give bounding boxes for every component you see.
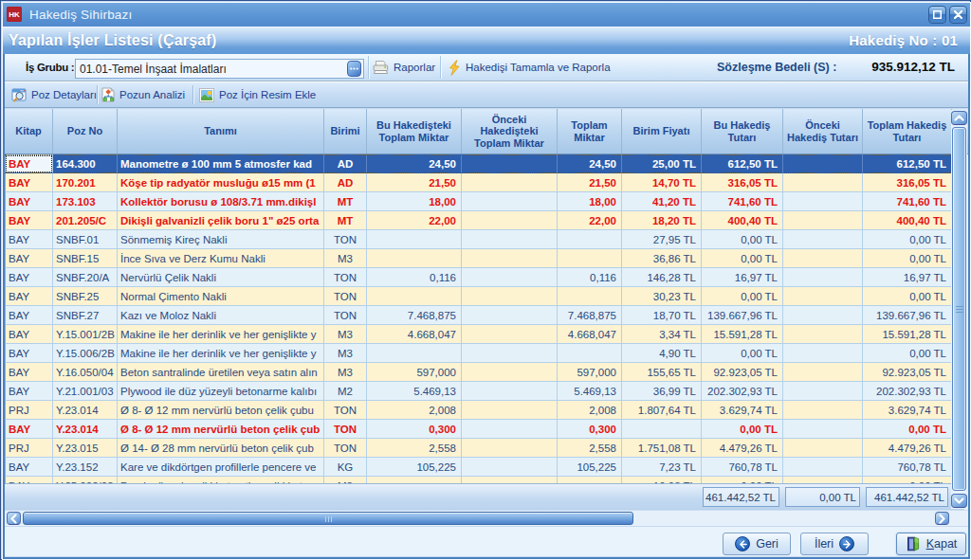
table-cell[interactable]: 170.201 — [53, 173, 118, 192]
table-cell[interactable]: 0,00 TL — [863, 420, 952, 439]
table-cell[interactable]: 146,28 TL — [622, 268, 702, 287]
table-cell[interactable]: AD — [324, 173, 367, 192]
table-cell[interactable]: BAY — [5, 192, 53, 211]
table-cell[interactable]: 18,00 — [558, 192, 622, 211]
table-cell[interactable] — [462, 211, 558, 230]
table-cell[interactable]: 24,50 — [367, 154, 462, 173]
column-header[interactable]: Kitap — [5, 109, 53, 154]
table-cell[interactable]: 139.667,96 TL — [863, 306, 952, 325]
table-cell[interactable] — [783, 363, 863, 382]
table-cell[interactable]: 400,40 TL — [863, 211, 952, 230]
table-cell[interactable]: 18,70 TL — [622, 306, 702, 325]
table-cell[interactable] — [462, 363, 558, 382]
table-cell[interactable]: 2,008 — [558, 401, 622, 420]
table-cell[interactable]: Y.23.014 — [53, 420, 118, 439]
table-row[interactable]: BAYY.23.014Ø 8- Ø 12 mm nervürlü beton ç… — [5, 420, 964, 439]
table-cell[interactable] — [462, 154, 558, 173]
table-cell[interactable]: 0,116 — [558, 268, 622, 287]
table-cell[interactable]: 173.103 — [53, 192, 118, 211]
table-cell[interactable]: BAY — [5, 458, 53, 477]
table-cell[interactable]: SNBF.27 — [53, 306, 118, 325]
table-cell[interactable] — [367, 344, 462, 363]
table-cell[interactable] — [558, 477, 622, 483]
table-cell[interactable] — [558, 249, 622, 268]
table-cell[interactable]: Kare ve dikdörtgen profillerle pencere v… — [118, 458, 324, 477]
table-cell[interactable]: Kazı ve Moloz Nakli — [118, 306, 324, 325]
table-cell[interactable]: MT — [324, 192, 367, 211]
table-cell[interactable]: M3 — [324, 363, 367, 382]
table-cell[interactable]: Sönmemiş Kireç Nakli — [118, 230, 324, 249]
table-cell[interactable]: 4.479,26 TL — [702, 439, 783, 458]
column-header[interactable]: Bu HakedişTutarı — [702, 109, 783, 154]
table-cell[interactable]: TON — [324, 420, 367, 439]
table-cell[interactable] — [783, 287, 863, 306]
table-cell[interactable]: 597,000 — [367, 363, 462, 382]
ileri-button[interactable]: İleri — [800, 533, 869, 555]
kapat-button[interactable]: Kapat — [896, 533, 966, 555]
table-cell[interactable]: 1.807,64 TL — [622, 401, 702, 420]
column-header[interactable]: Toplam HakedişTutarı — [863, 109, 952, 154]
table-cell[interactable]: 3,34 TL — [622, 325, 702, 344]
table-cell[interactable] — [622, 420, 702, 439]
table-cell[interactable] — [462, 401, 558, 420]
table-cell[interactable]: Plywood ile düz yüzeyli betonarme kalıbı — [118, 382, 324, 401]
table-row[interactable]: BAY173.103Kollektör borusu ø 108/3.71 mm… — [5, 192, 964, 211]
table-cell[interactable]: 316,05 TL — [702, 173, 783, 192]
table-cell[interactable]: TON — [324, 439, 367, 458]
table-cell[interactable]: AD — [324, 154, 367, 173]
table-cell[interactable] — [462, 192, 558, 211]
table-cell[interactable]: Y.23.014 — [53, 401, 118, 420]
table-cell[interactable]: 0,00 TL — [863, 344, 952, 363]
table-cell[interactable]: Y.21.001/03 — [53, 382, 118, 401]
table-cell[interactable]: Demir yüzeylere iki kat antipas, iki kat — [118, 477, 324, 483]
table-cell[interactable]: 22,00 — [558, 211, 622, 230]
table-row[interactable]: BAYY.15.001/2BMakine ile her derinlik ve… — [5, 325, 964, 344]
table-row[interactable]: BAYY.25.002/03Demir yüzeylere iki kat an… — [5, 477, 964, 483]
table-cell[interactable]: TON — [324, 287, 367, 306]
table-cell[interactable]: BAY — [5, 344, 53, 363]
table-cell[interactable]: TON — [324, 230, 367, 249]
table-row[interactable]: BAYY.23.152Kare ve dikdörtgen profillerl… — [5, 458, 964, 477]
table-cell[interactable]: 3.629,74 TL — [702, 401, 783, 420]
table-cell[interactable]: 21,50 — [558, 173, 622, 192]
table-cell[interactable]: M3 — [324, 477, 367, 483]
table-cell[interactable]: BAY — [5, 363, 53, 382]
table-cell[interactable]: SNBF.15 — [53, 249, 118, 268]
table-cell[interactable]: 0,00 TL — [863, 287, 952, 306]
table-cell[interactable]: TON — [324, 306, 367, 325]
table-cell[interactable]: 201.205/C — [53, 211, 118, 230]
table-cell[interactable]: Y.16.050/04 — [53, 363, 118, 382]
table-cell[interactable] — [462, 306, 558, 325]
table-cell[interactable] — [462, 382, 558, 401]
table-cell[interactable]: 4.479,26 TL — [863, 439, 952, 458]
vertical-scroll-thumb[interactable] — [952, 127, 966, 491]
table-row[interactable]: BAYSNBF.27Kazı ve Moloz NakliTON7.468,87… — [5, 306, 964, 325]
table-cell[interactable] — [783, 249, 863, 268]
table-cell[interactable]: 760,78 TL — [702, 458, 783, 477]
table-cell[interactable]: BAY — [5, 249, 53, 268]
table-cell[interactable]: Y.15.006/2B — [53, 344, 118, 363]
table-cell[interactable]: 18,00 — [367, 192, 462, 211]
table-cell[interactable] — [783, 458, 863, 477]
table-cell[interactable]: Normal Çimento Nakli — [118, 287, 324, 306]
table-cell[interactable]: 7.468,875 — [558, 306, 622, 325]
table-cell[interactable]: SNBF.20/A — [53, 268, 118, 287]
pozun-analizi-button[interactable]: Pozun Analizi — [101, 83, 185, 106]
table-cell[interactable]: İnce Sıva ve Derz Kumu Nakli — [118, 249, 324, 268]
table-cell[interactable]: 4.668,047 — [558, 325, 622, 344]
table-cell[interactable]: KG — [324, 458, 367, 477]
close-button[interactable] — [949, 6, 967, 24]
table-cell[interactable]: BAY — [5, 154, 53, 173]
table-cell[interactable]: 741,60 TL — [702, 192, 783, 211]
table-cell[interactable]: 22,00 — [367, 211, 462, 230]
table-cell[interactable]: Makine ile her derinlik ve her genişlikt… — [118, 325, 324, 344]
table-cell[interactable]: 16,97 TL — [863, 268, 952, 287]
poz-detaylari-button[interactable]: Poz Detayları — [11, 83, 97, 106]
table-cell[interactable] — [783, 268, 863, 287]
table-cell[interactable] — [462, 344, 558, 363]
table-cell[interactable]: 612,50 TL — [863, 154, 952, 173]
table-cell[interactable]: 0,00 TL — [863, 230, 952, 249]
table-cell[interactable]: 4.668,047 — [367, 325, 462, 344]
table-cell[interactable] — [462, 325, 558, 344]
table-cell[interactable]: M2 — [324, 382, 367, 401]
